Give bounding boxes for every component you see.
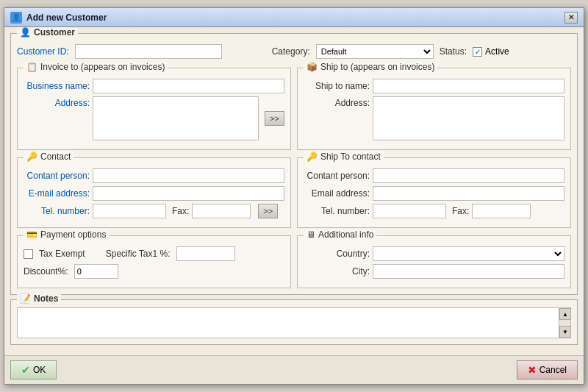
notes-wrapper: ▲ ▼	[17, 307, 571, 338]
ship-tel-label: Tel. number:	[304, 206, 370, 216]
payment-section: 💳 Payment options Tax Exempt Specific Ta…	[17, 235, 291, 288]
ship-to-name-input[interactable]	[373, 79, 564, 93]
tel-input[interactable]	[93, 204, 166, 218]
email-label: E-mail address:	[24, 188, 90, 199]
contact-icon: 🔑	[26, 152, 37, 162]
discount-input[interactable]	[74, 264, 118, 279]
active-label: Active	[485, 46, 509, 57]
close-button[interactable]: ✕	[564, 12, 578, 24]
payment-icon: 💳	[26, 229, 37, 240]
ship-contact-section: 🔑 Ship To contact Contant person: Email …	[297, 157, 571, 228]
notes-scrollbar: ▲ ▼	[559, 308, 570, 338]
customer-icon: 👤	[20, 27, 31, 38]
ship-contact-column: 🔑 Ship To contact Contant person: Email …	[297, 154, 571, 228]
invoice-section-title: 📋 Invoice to (appears on invoices)	[24, 62, 168, 72]
customer-id-label: Customer ID:	[17, 46, 69, 57]
fax-input[interactable]	[192, 204, 251, 218]
invoice-address-row: Address: >>	[24, 96, 284, 140]
category-select[interactable]: Default	[316, 44, 434, 59]
ship-column: 📦 Ship to (appears on invoices) Ship to …	[297, 65, 571, 150]
additional-icon: 🖥	[306, 229, 315, 240]
country-select[interactable]	[373, 246, 564, 261]
customer-section-title: 👤 Customer	[17, 27, 78, 38]
payment-section-title: 💳 Payment options	[24, 229, 109, 240]
notes-input[interactable]	[18, 308, 559, 338]
ship-contact-person-label: Contant person:	[304, 171, 370, 181]
ship-to-section-title: 📦 Ship to (appears on invoices)	[304, 62, 437, 72]
invoice-column: 📋 Invoice to (appears on invoices) Busin…	[17, 65, 291, 150]
customer-section: 👤 Customer Customer ID: Category: Defaul…	[10, 33, 578, 295]
payment-column: 💳 Payment options Tax Exempt Specific Ta…	[17, 232, 291, 288]
fax-label: Fax:	[172, 206, 189, 216]
contact-section: 🔑 Contact Contant person: E-mail address…	[17, 157, 291, 228]
copy-to-ship-button[interactable]: >>	[265, 111, 284, 126]
email-input[interactable]	[93, 186, 284, 201]
country-label: Country:	[304, 249, 370, 259]
invoice-icon: 📋	[26, 62, 37, 72]
additional-section: 🖥 Additional info Country: City:	[297, 235, 571, 288]
main-window: 👤 Add new Customer ✕ 👤 Customer Customer…	[4, 7, 584, 385]
customer-id-input[interactable]	[75, 44, 222, 59]
ship-to-name-label: Ship to name:	[304, 81, 370, 91]
ship-address-input[interactable]	[373, 96, 564, 140]
ok-button[interactable]: ✔ OK	[10, 360, 57, 379]
category-select-wrapper: Default	[316, 44, 434, 59]
ship-email-input[interactable]	[373, 186, 564, 201]
city-row: City:	[304, 264, 564, 279]
title-bar: 👤 Add new Customer ✕	[4, 8, 584, 27]
window-icon: 👤	[10, 12, 22, 24]
ship-fax-input[interactable]	[472, 204, 531, 218]
scroll-track	[559, 320, 570, 326]
ship-tel-input[interactable]	[373, 204, 446, 218]
invoice-address-input[interactable]	[93, 96, 259, 140]
ship-address-row: Address:	[304, 96, 564, 140]
payment-additional-columns: 💳 Payment options Tax Exempt Specific Ta…	[17, 232, 571, 288]
tax-exempt-row: Tax Exempt Specific Tax1 %:	[24, 246, 284, 261]
title-bar-left: 👤 Add new Customer	[10, 12, 107, 24]
ship-contact-person-input[interactable]	[373, 168, 564, 183]
window-body: 👤 Customer Customer ID: Category: Defaul…	[4, 27, 584, 355]
ship-contact-person-row: Contant person:	[304, 168, 564, 183]
contact-person-input[interactable]	[93, 168, 284, 183]
invoice-section: 📋 Invoice to (appears on invoices) Busin…	[17, 68, 291, 150]
ship-to-section: 📦 Ship to (appears on invoices) Ship to …	[297, 68, 571, 150]
contact-section-title: 🔑 Contact	[24, 152, 74, 162]
contact-columns: 🔑 Contact Contant person: E-mail address…	[17, 154, 571, 228]
city-input[interactable]	[373, 264, 564, 279]
ok-check-icon: ✔	[21, 364, 30, 376]
ship-icon: 📦	[306, 62, 318, 72]
invoice-address-label: Address:	[24, 96, 90, 108]
cancel-label: Cancel	[539, 365, 567, 375]
ship-email-label: Email address:	[304, 188, 370, 199]
ship-fax-label: Fax:	[452, 206, 469, 216]
status-area: Active	[473, 46, 509, 57]
ship-email-row: Email address:	[304, 186, 564, 201]
additional-column: 🖥 Additional info Country: City:	[297, 232, 571, 288]
scroll-up-button[interactable]: ▲	[559, 308, 571, 320]
business-name-row: Business name:	[24, 79, 284, 93]
copy-contact-button[interactable]: >>	[258, 204, 278, 218]
cancel-button[interactable]: ✖ Cancel	[517, 360, 578, 379]
email-row: E-mail address:	[24, 186, 284, 201]
notes-section-title: 📝 Notes	[17, 293, 61, 304]
notes-icon: 📝	[20, 293, 31, 304]
scroll-down-button[interactable]: ▼	[559, 326, 571, 338]
ship-contact-icon: 🔑	[306, 152, 318, 162]
tax-exempt-checkbox[interactable]	[24, 249, 33, 259]
window-title: Add new Customer	[26, 13, 107, 23]
additional-section-title: 🖥 Additional info	[304, 229, 376, 240]
active-checkbox[interactable]	[473, 47, 482, 57]
discount-row: Discount%:	[24, 264, 284, 279]
business-name-label: Business name:	[24, 81, 90, 91]
customer-row: Customer ID: Category: Default Status: A…	[17, 44, 571, 59]
contact-person-row: Contant person:	[24, 168, 284, 183]
contact-column: 🔑 Contact Contant person: E-mail address…	[17, 154, 291, 228]
specific-tax-input[interactable]	[176, 246, 235, 261]
country-row: Country:	[304, 246, 564, 261]
cancel-x-icon: ✖	[528, 364, 537, 376]
tax-exempt-label: Tax Exempt	[39, 249, 85, 259]
business-name-input[interactable]	[93, 79, 284, 93]
status-label: Status:	[440, 46, 467, 57]
invoice-ship-columns: 📋 Invoice to (appears on invoices) Busin…	[17, 65, 571, 150]
ship-address-label: Address:	[304, 96, 370, 108]
